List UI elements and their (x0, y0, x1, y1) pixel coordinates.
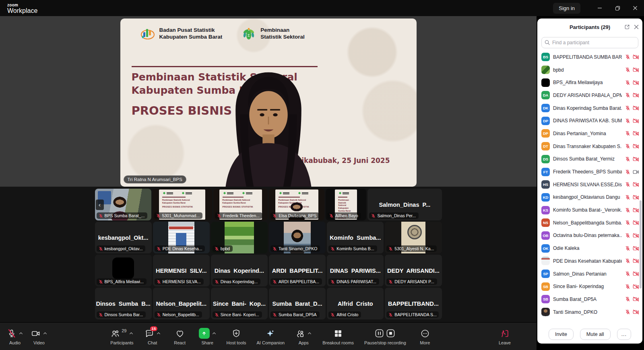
participant-name: bpbd (553, 67, 622, 73)
mic-off-icon (272, 214, 277, 218)
audio-button[interactable]: Audio (4, 326, 26, 347)
minimize-button[interactable] (591, 0, 609, 16)
mute-all-button[interactable]: Mute all (580, 329, 611, 340)
video-tile[interactable]: Pembinaan Statistik Sektoral Kabupaten S… (153, 189, 212, 220)
bps-org-name: Badan Pusat Statistik Kabupaten Sumba Ba… (159, 27, 223, 41)
close-window-button[interactable] (626, 0, 644, 16)
participant-row[interactable]: NS Nelson_Bappelitbangda Sumba... (541, 216, 640, 229)
share-options-chevron-icon[interactable] (212, 332, 216, 335)
participant-row[interactable]: DP Dinas Pertanian_Yomina (541, 127, 640, 140)
close-icon (633, 6, 638, 10)
video-tile[interactable]: 5301_Alyesti N. Ka... (385, 222, 442, 253)
video-tile[interactable]: kesbangpol_Okt... kesbangpol_Oktav... (95, 222, 152, 253)
active-speaker-tile[interactable]: Badan Pusat Statistik Kabupaten Sumba Ba… (120, 19, 417, 187)
participant-row[interactable]: SB Sumba Barat_DP5A (541, 293, 640, 306)
video-tile[interactable]: Pembinaan Statistik Sektoral Kabupaten S… (367, 189, 442, 220)
chat-button[interactable]: 15 Chat (142, 326, 163, 347)
mini-slide-divider (338, 197, 347, 198)
video-tile[interactable]: Tanti Sinamo_DPKO (269, 222, 326, 253)
stop-recording-icon[interactable] (386, 329, 395, 338)
participant-video-off-icon (633, 182, 639, 187)
tile-name-text: 5301_Muhammad... (162, 213, 200, 218)
sign-in-button[interactable]: Sign in (553, 3, 580, 14)
search-input[interactable] (541, 37, 638, 48)
video-tile[interactable]: HERMENSI SILV... HERMENSI SILVA... (153, 255, 210, 286)
participant-search[interactable] (541, 37, 638, 48)
participant-row[interactable]: OK Odie Kaleka (541, 242, 640, 255)
close-panel-icon[interactable] (634, 24, 639, 30)
video-tile[interactable]: BAPPELITBAND... BAPPELITBANDA S... (385, 288, 442, 319)
video-tile[interactable]: Pembinaan Statistik Sektoral Kabupaten S… (213, 189, 268, 220)
more-button[interactable]: More (414, 326, 436, 347)
panel-scrollbar[interactable] (640, 200, 642, 288)
participants-options-chevron-icon[interactable] (129, 332, 133, 335)
tile-name-label: PDE Dinas Keseha... (155, 245, 205, 252)
participant-row[interactable]: KS Kominfo Sumba Barat-_Veronik... (541, 204, 640, 216)
participant-name: Tanti Sinamo_DPKO (553, 309, 622, 315)
video-tile[interactable]: Sumba Barat_D... Sumba Barat_DP5A (269, 288, 326, 319)
participant-row[interactable]: DA DEDY ARISANDI PABALA_DPMD... (541, 89, 640, 102)
video-tile[interactable]: Kominfo Sumba... Kominfo Sumba B... (327, 222, 384, 253)
video-tile[interactable]: Since Bani- Kop... Since Bani- Koperi... (211, 288, 268, 319)
apps-options-chevron-icon[interactable] (308, 332, 312, 335)
host-tools-button[interactable]: Host tools (224, 326, 249, 347)
tile-name-text: Nelson_Bappelitb... (163, 312, 199, 317)
audio-label: Audio (9, 340, 21, 345)
video-tile[interactable]: Alfrid Cristo Alfrid Cristo (327, 288, 384, 319)
video-tile[interactable]: Dinas Koperind... Dinas Koperindag... (211, 255, 268, 286)
react-button[interactable]: React (169, 326, 191, 347)
video-tile[interactable]: BPS_Alfira Meilawi... (95, 255, 152, 286)
participant-video-off-icon (633, 233, 639, 238)
ai-companion-button[interactable]: AI Companion (254, 326, 287, 347)
video-tile[interactable]: PDE Dinas Keseha... (153, 222, 210, 253)
pause-recording-icon[interactable] (375, 329, 384, 338)
participant-row[interactable]: HS HERMENSI SILVANA ESSE,Disna... (541, 178, 640, 191)
participants-list[interactable]: BS BAPPELITBANDA SUMBA BARAT (537, 50, 642, 325)
ai-companion-label: AI Companion (257, 340, 285, 345)
participant-name: PDE Dinas Kesehatan Kabupate... (553, 258, 622, 264)
participant-row[interactable]: bpbd (541, 64, 640, 76)
video-tile[interactable]: DINAS PARIWIS... DINAS PARIWISAT... (327, 255, 384, 286)
apps-button[interactable]: Apps (293, 326, 314, 347)
audio-options-chevron-icon[interactable] (19, 332, 23, 335)
participant-row[interactable]: KD kesbangpol_Oktavianus Dangu ... (541, 191, 640, 204)
participant-row[interactable]: DS Dinsos Sumba Barat_Yermiz (541, 153, 640, 166)
gallery-row-3: BPS_Alfira Meilawi... HERMENSI SILV... H (95, 255, 442, 286)
participant-row[interactable]: SP Salmon_Dinas Pertanian (541, 268, 640, 280)
participant-row[interactable]: Tanti Sinamo_DPKO (541, 306, 640, 319)
scroll-left-button[interactable]: ‹ (96, 200, 104, 210)
participants-button[interactable]: 29 Participants (108, 326, 136, 347)
chat-options-chevron-icon[interactable] (157, 332, 161, 335)
participant-row[interactable]: BPS_Alfira Meilawijaya (541, 76, 640, 89)
restore-button[interactable] (609, 0, 626, 16)
video-tile[interactable]: ARDI BAPPELIT... ARDI BAPPELITBA... (269, 255, 326, 286)
video-tile[interactable]: Pembinaan Statistik Sektoral Kabupaten S… (269, 189, 324, 220)
participant-row[interactable]: DK Dinas Koperindag Sumba Barat... (541, 102, 640, 115)
participant-row[interactable]: SB Since Bani- Koperindag (541, 280, 640, 293)
share-button[interactable]: Share (196, 326, 219, 347)
breakout-rooms-button[interactable]: Breakout rooms (320, 326, 356, 347)
pop-out-icon[interactable] (624, 24, 630, 30)
pause-stop-recording-button[interactable]: Pause/stop recording (362, 326, 409, 347)
video-options-chevron-icon[interactable] (43, 332, 47, 335)
video-button[interactable]: Video (28, 326, 50, 347)
tile-name-label: Nelson_Bappelitb... (155, 311, 202, 318)
participant-row[interactable]: OB Octavina bulu-Dinas peternaka... (541, 229, 640, 242)
video-tile[interactable]: Dinsos Sumba B... Dinsos Sumba Bar... (95, 288, 152, 319)
panel-more-button[interactable]: ... (617, 329, 631, 340)
video-tile[interactable]: DEDY ARISANDI... DEDY ARISANDI P... (385, 255, 442, 286)
participant-row[interactable]: FT Frederik Theedens_BPS Sumba ... (541, 165, 640, 178)
video-tile[interactable]: bpbd (211, 222, 268, 253)
leave-button[interactable]: Leave (494, 326, 516, 347)
search-icon (544, 39, 550, 45)
participant-row[interactable]: DT Dinas Transnaker Kabupaten S... (541, 140, 640, 153)
participant-row[interactable]: DP DINAS PARIWISATA KAB. SUMB... (541, 114, 640, 127)
invite-button[interactable]: Invite (549, 329, 574, 340)
speaker-name-tag: Tri Ratna N Arumsari_BPS (124, 175, 186, 183)
video-tile[interactable]: Pembinaan Statistik Sektoral Kabupaten S… (326, 189, 366, 220)
participant-row[interactable]: BS BAPPELITBANDA SUMBA BARAT (541, 51, 640, 64)
participant-name: Octavina bulu-Dinas peternaka... (553, 233, 622, 238)
video-tile[interactable]: Nelson_Bappelit... Nelson_Bappelitb... (153, 288, 210, 319)
participant-row[interactable]: PDE Dinas Kesehatan Kabupate... (541, 255, 640, 268)
participant-mic-off-icon (625, 258, 630, 264)
